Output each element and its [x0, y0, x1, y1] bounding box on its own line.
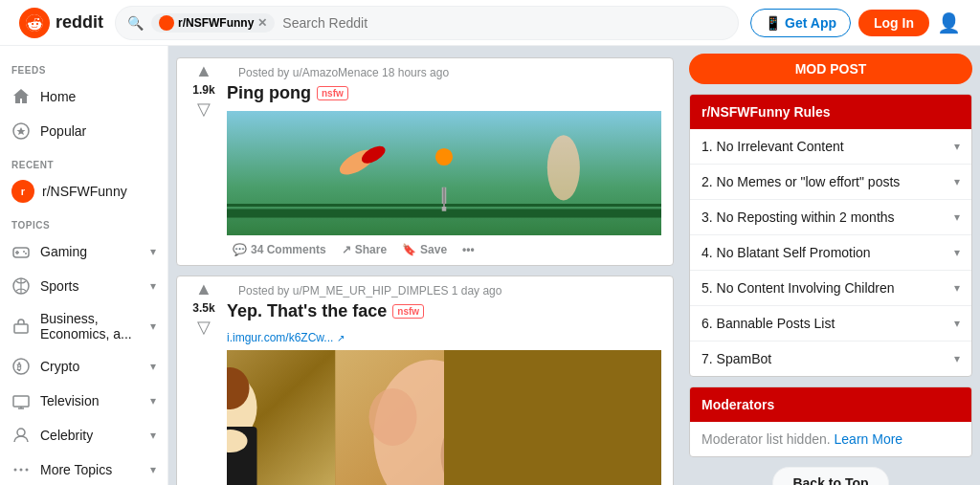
- share-icon: ↗: [342, 243, 351, 256]
- sports-icon: [11, 276, 31, 296]
- rule-item[interactable]: 3. No Reposting within 2 months ▾: [690, 200, 971, 235]
- expand-icon: ▾: [954, 175, 960, 188]
- external-link-icon: ↗: [337, 333, 345, 343]
- post-body: Posted by u/AmazoMenace 18 hours ago Pin…: [227, 58, 661, 266]
- subreddit-icon: [159, 15, 174, 31]
- topic-label: Television: [40, 393, 99, 408]
- search-input[interactable]: [282, 15, 726, 31]
- mods-header: Moderators: [690, 387, 971, 422]
- subreddit-pill[interactable]: r/NSFWFunny ✕: [151, 13, 275, 33]
- learn-more-link[interactable]: Learn More: [835, 431, 903, 447]
- more-button[interactable]: •••: [457, 239, 480, 260]
- post-body: Posted by u/PM_ME_UR_HIP_DIMPLES 1 day a…: [227, 276, 661, 485]
- rules-card: r/NSFWFunny Rules 1. No Irrelevant Conte…: [689, 94, 972, 377]
- topic-label: More Topics: [40, 462, 112, 477]
- post-meta: Posted by u/AmazoMenace 18 hours ago: [227, 58, 661, 83]
- nsfw-badge: nsfw: [392, 304, 424, 319]
- reddit-wordmark: reddit: [56, 12, 103, 33]
- vote-count: 3.5k: [192, 301, 214, 315]
- svg-point-14: [17, 429, 25, 436]
- recent-label: RECENT: [0, 148, 167, 174]
- topic-label: Crypto: [40, 359, 79, 374]
- svg-rect-8: [14, 324, 28, 333]
- save-button[interactable]: 🔖 Save: [396, 239, 453, 260]
- sidebar-item-home[interactable]: Home: [0, 79, 167, 114]
- topics-label: TOPICS: [0, 209, 167, 234]
- topic-label: Celebrity: [40, 428, 93, 443]
- rules-header: r/NSFWFunny Rules: [690, 95, 971, 129]
- search-bar[interactable]: 🔍 r/NSFWFunny ✕: [115, 6, 739, 40]
- svg-point-33: [369, 388, 417, 446]
- post-image-2: [227, 350, 661, 485]
- main-feed: ▲ 1.9k ▽ Posted by u/AmazoMenace 18 hour…: [168, 46, 681, 485]
- sidebar-item-sports[interactable]: Sports ▾: [0, 269, 167, 303]
- rule-item[interactable]: 5. No Content Involving Children ▾: [690, 271, 971, 306]
- rule-text: 2. No Memes or "low effort" posts: [702, 174, 900, 189]
- vote-column: ▲ 3.5k ▽: [189, 276, 219, 485]
- sidebar-item-more-topics[interactable]: More Topics ▾: [0, 452, 167, 485]
- subreddit-label: r/NSFWFunny: [178, 16, 254, 30]
- sidebar-item-television[interactable]: Television ▾: [0, 384, 167, 418]
- rule-item[interactable]: 4. No Blatant Self Promotion ▾: [690, 235, 971, 271]
- chevron-icon: ▾: [150, 463, 156, 476]
- svg-rect-11: [13, 396, 29, 407]
- rule-item[interactable]: 2. No Memes or "low effort" posts ▾: [690, 165, 971, 200]
- post-title: Yep. That's the face nsfw: [227, 301, 661, 321]
- recent-item-label: r/NSFWFunny: [42, 184, 127, 199]
- chevron-icon: ▾: [150, 245, 156, 258]
- sidebar-item-crypto[interactable]: ₿ Crypto ▾: [0, 349, 167, 384]
- topic-label: Gaming: [40, 244, 87, 259]
- post-card: ▲ 3.5k ▽ Posted by u/PM_ME_UR_HIP_DIMPLE…: [176, 276, 674, 485]
- reddit-logo[interactable]: reddit: [19, 8, 103, 38]
- recent-subreddit-icon: r: [11, 180, 34, 203]
- gaming-icon: [11, 242, 31, 261]
- business-icon: [11, 317, 31, 336]
- user-menu-button[interactable]: 👤: [937, 11, 961, 34]
- reddit-logo-icon: [19, 8, 50, 38]
- get-app-button[interactable]: 📱 Get App: [750, 9, 851, 37]
- net: [443, 187, 445, 207]
- login-button[interactable]: Log In: [858, 10, 929, 36]
- svg-point-17: [26, 469, 29, 472]
- svg-point-15: [14, 469, 17, 472]
- sidebar-item-label: Home: [40, 89, 76, 104]
- rule-item[interactable]: 6. Bannable Posts List ▾: [690, 306, 971, 342]
- mod-post-button[interactable]: MOD POST: [689, 54, 972, 84]
- post-actions: 💬 34 Comments ↗ Share 🔖 Save: [227, 235, 661, 266]
- expand-icon: ▾: [954, 246, 960, 259]
- expand-icon: ▾: [954, 210, 960, 224]
- chevron-icon: ▾: [150, 429, 156, 442]
- sidebar-item-celebrity[interactable]: Celebrity ▾: [0, 418, 167, 452]
- back-to-top-button[interactable]: Back to Top: [772, 467, 888, 485]
- post-card: ▲ 1.9k ▽ Posted by u/AmazoMenace 18 hour…: [176, 57, 674, 266]
- subreddit-close[interactable]: ✕: [257, 16, 267, 30]
- downvote-button[interactable]: ▽: [197, 319, 211, 336]
- rule-text: 6. Bannable Posts List: [702, 316, 835, 331]
- popular-icon: [11, 121, 31, 141]
- svg-point-23: [435, 148, 453, 165]
- svg-point-5: [23, 251, 25, 253]
- upvote-button[interactable]: ▲: [195, 62, 212, 79]
- comments-icon: 💬: [233, 243, 247, 256]
- svg-point-24: [547, 135, 580, 200]
- feeds-label: FEEDS: [0, 54, 167, 79]
- sidebar-item-gaming[interactable]: Gaming ▾: [0, 234, 167, 269]
- rule-item[interactable]: 7. SpamBot ▾: [690, 342, 971, 376]
- expand-icon: ▾: [954, 281, 960, 295]
- sidebar-item-nsfwfunny[interactable]: r r/NSFWFunny: [0, 174, 167, 209]
- sidebar: FEEDS Home Popular RECENT r r/NSFWFunny …: [0, 46, 168, 485]
- share-button[interactable]: ↗ Share: [336, 239, 392, 260]
- upvote-button[interactable]: ▲: [195, 280, 212, 298]
- chevron-icon: ▾: [150, 360, 156, 373]
- rule-item[interactable]: 1. No Irrelevant Content ▾: [690, 129, 971, 165]
- search-icon: 🔍: [127, 15, 144, 31]
- celebrity-icon: [11, 426, 31, 445]
- downvote-button[interactable]: ▽: [197, 100, 211, 118]
- external-link[interactable]: i.imgur.com/k6ZCw... ↗: [227, 331, 345, 344]
- post-meta: Posted by u/PM_ME_UR_HIP_DIMPLES 1 day a…: [227, 276, 661, 301]
- get-app-icon: 📱: [765, 15, 781, 31]
- comments-button[interactable]: 💬 34 Comments: [227, 239, 332, 260]
- chevron-icon: ▾: [150, 320, 156, 333]
- sidebar-item-popular[interactable]: Popular: [0, 114, 167, 148]
- sidebar-item-business[interactable]: Business, Economics, a... ▾: [0, 303, 167, 349]
